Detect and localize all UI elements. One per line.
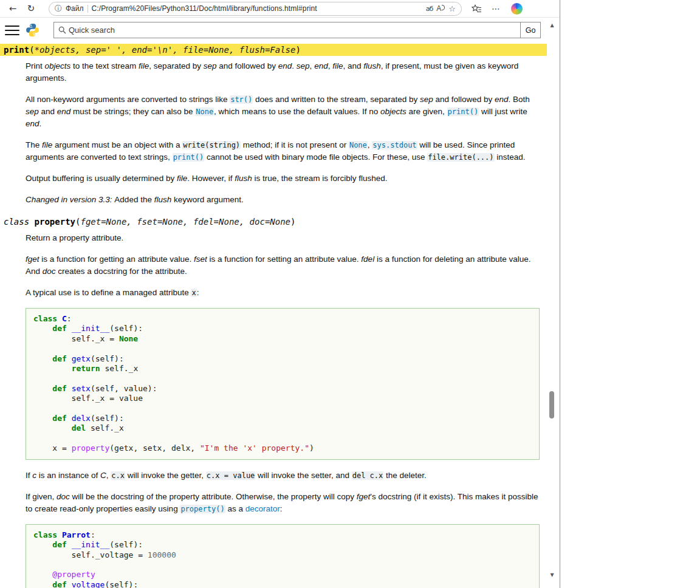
code-token: del [72, 423, 86, 432]
doc-paragraph-version-changed: Changed in version 3.3: Added the flush … [26, 194, 540, 206]
doc-paragraph: If given, doc will be the docstring of t… [26, 491, 540, 515]
copilot-icon[interactable] [511, 3, 523, 15]
text-run: sep [420, 95, 433, 104]
code-token: return [72, 364, 100, 373]
code-link[interactable]: property() [180, 505, 225, 513]
text-run: fdel [361, 255, 374, 264]
address-separator [88, 5, 88, 13]
text-run: file.write(...) [427, 153, 494, 162]
scroll-down-arrow[interactable]: ▼ [547, 570, 557, 579]
code-token: def [52, 540, 66, 549]
doc-paragraph: The file argument must be an object with… [26, 139, 540, 163]
python-logo-glyph [25, 22, 40, 38]
code-token: def [52, 384, 66, 393]
code-example-parrot-class: class Parrot: def __init__(self): self._… [26, 524, 540, 588]
code-token: voltage [72, 580, 105, 588]
python-logo-icon[interactable] [25, 22, 40, 38]
docs-top-bar: Go [0, 18, 547, 42]
code-token: __init__ [72, 540, 110, 549]
read-aloud-letter: A [436, 4, 441, 13]
code-token: C [62, 314, 67, 323]
address-bar[interactable]: ⓘ Файл C:/Program%20Files/Python311/Doc/… [49, 2, 462, 16]
text-run: file [177, 174, 187, 183]
search-go-button[interactable]: Go [520, 22, 540, 38]
code-token: @property [52, 570, 95, 579]
search-input[interactable] [69, 26, 520, 35]
more-menu-icon[interactable]: ⋯ [492, 4, 500, 13]
code-token: class [33, 314, 57, 323]
code-token: def [52, 324, 66, 333]
code-example-property-class: class C: def __init__(self): self._x = N… [26, 308, 540, 460]
doc-paragraph: Return a property attribute. [26, 232, 540, 244]
favorites-hub-icon[interactable] [472, 4, 482, 13]
code-token: delx [72, 414, 91, 423]
text-run: fset [194, 255, 207, 264]
print-description: Print objects to the text stream file, s… [26, 60, 540, 206]
text-run: doc [57, 492, 70, 501]
code-link[interactable]: sys.stdout [372, 141, 417, 149]
site-permissions-label: Файл [66, 4, 84, 13]
code-token: class [33, 530, 57, 539]
browser-window: ← ↻ ⓘ Файл C:/Program%20Files/Python311/… [0, 0, 560, 588]
text-run: file [139, 61, 149, 70]
text-run: file [332, 61, 343, 70]
text-run: C [100, 471, 106, 480]
text-run: end [26, 119, 39, 128]
text-link[interactable]: decorator [245, 504, 280, 513]
code-token: None [119, 334, 138, 343]
doc-paragraph: fget is a function for getting an attrib… [26, 253, 540, 278]
code-token: "I'm the 'x' property." [200, 443, 309, 453]
text-run: class [4, 217, 35, 227]
docs-page: Go print(*objects, sep=' ', end='\n', fi… [0, 18, 547, 588]
text-run: flush [154, 195, 172, 204]
code-link[interactable]: None [349, 141, 368, 149]
search-icon [58, 26, 66, 34]
text-run: objects [380, 107, 407, 116]
code-token: getx [72, 354, 91, 363]
scrollbar-thumb[interactable] [549, 391, 554, 419]
text-run: Changed in version 3.3: [26, 195, 114, 204]
text-run: fget=None, fset=None, fdel=None, doc=Non… [80, 217, 290, 227]
page-scrollbar[interactable]: ▲ ▼ [547, 18, 557, 582]
translate-icon[interactable]: аб [426, 5, 433, 13]
scroll-up-arrow[interactable]: ▲ [547, 21, 557, 30]
code-token: def [52, 354, 66, 363]
refresh-button[interactable]: ↻ [22, 1, 40, 16]
code-token: __init__ [72, 324, 110, 333]
code-token: property [72, 443, 110, 453]
text-run: sep [204, 61, 217, 70]
text-run: objects [45, 61, 71, 70]
text-run: file [42, 140, 52, 149]
doc-paragraph: Print objects to the text stream file, s… [26, 60, 540, 84]
text-run: c [32, 471, 36, 480]
text-run: end [57, 107, 71, 116]
doc-paragraph: If c is an instance of C, c.x will invok… [26, 470, 540, 482]
code-link[interactable]: None [195, 108, 214, 116]
text-run: doc [43, 267, 56, 276]
code-token: setx [72, 384, 91, 393]
text-run: flush [235, 174, 252, 183]
doc-paragraph: All non-keyword arguments are converted … [26, 94, 540, 130]
text-run: c.x = value [206, 471, 255, 480]
text-run: property [35, 217, 75, 227]
back-button[interactable]: ← [4, 1, 22, 16]
menu-icon[interactable] [5, 26, 19, 35]
text-run: fget [357, 492, 371, 501]
info-icon[interactable]: ⓘ [55, 4, 62, 14]
doc-paragraph: Output buffering is usually determined b… [26, 173, 540, 185]
browser-toolbar: ← ↻ ⓘ Файл C:/Program%20Files/Python311/… [0, 0, 560, 18]
code-link[interactable]: str() [230, 95, 253, 104]
code-link[interactable]: print() [447, 108, 479, 116]
text-run: end [495, 95, 509, 104]
code-token: 100000 [148, 550, 176, 559]
text-run: write(string) [182, 141, 241, 149]
text-run: end [314, 61, 328, 70]
desktop: ← ↻ ⓘ Файл C:/Program%20Files/Python311/… [0, 0, 700, 588]
url-text[interactable]: C:/Program%20Files/Python311/Doc/html/li… [92, 4, 422, 13]
read-aloud-wave [442, 5, 445, 10]
read-aloud-icon[interactable]: A [436, 4, 445, 13]
text-run: print [4, 45, 29, 55]
favorites-star-icon[interactable]: ☆ [448, 4, 456, 13]
search-box: Go [53, 22, 541, 38]
code-link[interactable]: print() [173, 153, 205, 162]
